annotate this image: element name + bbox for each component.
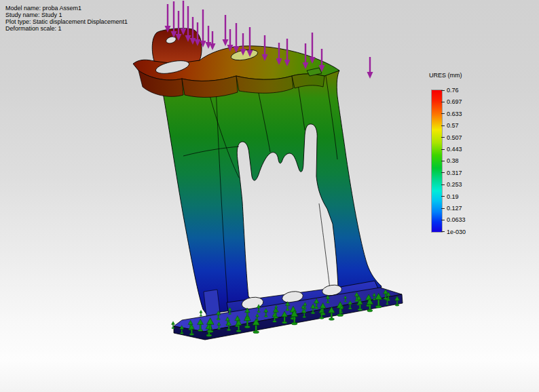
legend-tick-label: 0.19 (441, 193, 502, 200)
legend-tick-label: 0.317 (441, 170, 502, 176)
legend-tick-label: 0.633 (441, 111, 502, 117)
legend-title: URES (mm) (429, 72, 509, 79)
legend-tick-label: 1e-030 (441, 229, 502, 235)
legend-color-bar (432, 90, 442, 232)
legend-tick-label: 0.0633 (441, 216, 502, 223)
legend-tick-label: 0.507 (441, 134, 502, 141)
legend-tick-labels: 0.76 0.697 0.633 0.57 0.507 0.443 0.38 0… (441, 87, 502, 235)
legend-tick-label: 0.127 (441, 205, 502, 212)
graphics-viewport: Model name: proba Assem1 Study name: Stu… (0, 0, 539, 392)
plate-back-tab (152, 28, 202, 64)
legend-tick-label: 0.443 (441, 146, 502, 153)
left-leg-face (204, 290, 220, 316)
legend-tick-label: 0.697 (441, 98, 502, 105)
legend-tick-label: 0.38 (441, 157, 502, 164)
color-legend: URES (mm) 0.76 0.697 0.633 0.57 0.507 0.… (428, 72, 509, 90)
legend-tick-label: 0.253 (441, 181, 502, 188)
legend-tick-label: 0.76 (441, 87, 502, 94)
legend-tick-label: 0.57 (441, 122, 502, 129)
